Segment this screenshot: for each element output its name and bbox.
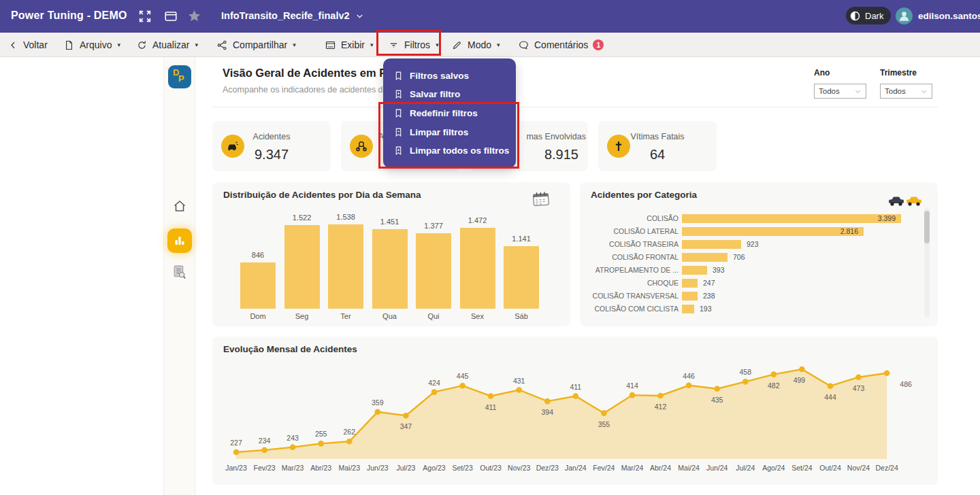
chart-weekday-card: Distribuição de Acidentes por Dia da Sem… <box>212 182 570 326</box>
topbar: Power Tuning - DEMO InfoTransito_Recife_… <box>0 0 980 33</box>
category-bar[interactable] <box>682 292 698 301</box>
data-point[interactable] <box>431 389 438 395</box>
point-value-label: 412 <box>655 403 667 411</box>
data-point[interactable] <box>488 393 494 399</box>
category-bar[interactable] <box>682 240 741 249</box>
point-value-label: 255 <box>315 430 327 438</box>
weekday-bar[interactable] <box>328 224 363 309</box>
fullscreen-icon[interactable] <box>137 9 152 27</box>
data-point[interactable] <box>346 439 353 445</box>
x-axis-label: Nov/24 <box>847 464 870 472</box>
slicer-ano-label: Ano <box>814 68 830 78</box>
data-point[interactable] <box>261 447 267 454</box>
avatar[interactable] <box>896 7 913 24</box>
theme-toggle[interactable]: Dark <box>846 7 891 24</box>
favorite-star-icon[interactable] <box>186 8 202 27</box>
slicer-ano-dropdown[interactable]: Todos <box>814 84 866 99</box>
bar-category-label: Sáb <box>497 312 546 320</box>
sidebar-item-report[interactable] <box>171 264 188 284</box>
menu-item-salvar-filtro[interactable]: Salvar filtro <box>383 89 516 99</box>
menu-arquivo[interactable]: Arquivo▾ <box>63 33 120 57</box>
person-icon <box>896 8 912 24</box>
page-subtitle: Acompanhe os indicadores de acidentes de <box>223 85 388 95</box>
sidebar-item-home[interactable] <box>172 199 187 216</box>
data-point[interactable] <box>855 374 862 380</box>
data-point[interactable] <box>742 379 749 385</box>
caret-down-icon: ▾ <box>497 41 500 48</box>
slicer-trimestre-label: Trimestre <box>880 68 917 78</box>
weekday-bar[interactable] <box>460 228 495 309</box>
category-bar[interactable] <box>682 253 728 262</box>
data-point[interactable] <box>714 386 720 392</box>
category-bar[interactable] <box>682 279 698 288</box>
data-point[interactable] <box>799 366 805 373</box>
bookmark-icon <box>393 108 404 118</box>
data-point[interactable] <box>403 413 409 419</box>
category-label: COLISÃO FRONTAL <box>580 253 679 262</box>
menu-item-limpar-filtros[interactable]: Limpar filtros <box>383 127 516 137</box>
x-axis-label: Abr/23 <box>310 464 331 472</box>
weekday-bar[interactable] <box>504 246 539 309</box>
data-point[interactable] <box>657 393 664 399</box>
sidebar-item-dashboard[interactable] <box>167 228 192 253</box>
data-point[interactable] <box>686 383 692 389</box>
data-point[interactable] <box>318 441 324 447</box>
category-label: COLISÃO TRANSVERSAL <box>580 292 679 301</box>
category-bar[interactable] <box>682 305 694 313</box>
view-icon <box>325 39 336 51</box>
bar-value-label: 1.141 <box>497 235 546 243</box>
menu-filtros[interactable]: Filtros▾ <box>388 33 439 57</box>
edit-pencil-icon <box>451 39 463 51</box>
data-point[interactable] <box>544 398 551 405</box>
back-button[interactable]: Voltar <box>8 33 48 57</box>
data-point[interactable] <box>573 393 579 399</box>
data-point[interactable] <box>375 409 381 415</box>
menu-item-filtros-salvos[interactable]: Filtros salvos <box>383 71 516 81</box>
data-point[interactable] <box>290 445 296 451</box>
menu-item-limpar-todos-os-filtros[interactable]: Limpar todos os filtros <box>383 146 516 156</box>
data-point[interactable] <box>516 387 522 393</box>
bar-category-label: Qua <box>365 312 414 320</box>
app-logo[interactable]: DP <box>168 65 191 88</box>
point-value-label: 458 <box>740 368 752 376</box>
category-label: COLISÃO TRASEIRA <box>580 240 679 249</box>
bar-value-label: 247 <box>703 279 715 288</box>
weekday-bar[interactable] <box>284 225 320 309</box>
bookmark-minus-icon <box>393 127 404 137</box>
menu-modo[interactable]: Modo▾ <box>451 33 500 57</box>
app-brand: Power Tuning - DEMO <box>11 10 127 22</box>
report-title[interactable]: InfoTransito_Recife_finalv2 <box>221 10 364 21</box>
category-bar[interactable] <box>682 266 707 275</box>
chart-category-card: Acidentes por Categoria COLISÃO3.399COLI… <box>580 182 938 326</box>
menu-exibir[interactable]: Exibir▾ <box>325 33 374 57</box>
point-value-label: 359 <box>372 398 384 407</box>
x-axis-label: Mar/23 <box>282 464 304 472</box>
refresh-icon <box>136 39 148 51</box>
menu-atualizar[interactable]: Atualizar▾ <box>136 33 198 57</box>
menu-item-redefinir-filtros[interactable]: Redefinir filtros <box>383 108 516 118</box>
menu-compartilhar[interactable]: Compartilhar▾ <box>216 33 296 57</box>
data-point[interactable] <box>771 371 777 377</box>
x-axis-label: Mai/23 <box>339 464 361 472</box>
data-point[interactable] <box>601 410 607 416</box>
data-point[interactable] <box>233 449 240 456</box>
data-point[interactable] <box>828 383 834 389</box>
weekday-bar[interactable] <box>416 233 451 309</box>
point-value-label: 473 <box>853 384 865 392</box>
menu-comentarios[interactable]: Comentários 1 <box>518 33 604 57</box>
username: edilson.santos <box>918 11 980 21</box>
chevron-down-icon <box>920 88 928 95</box>
caret-down-icon: ▾ <box>293 41 296 48</box>
menubar: Voltar Arquivo▾ Atualizar▾ Compartilhar▾… <box>0 33 980 57</box>
bar-value-label: 193 <box>700 305 712 313</box>
data-point[interactable] <box>884 371 890 377</box>
slicer-trimestre-dropdown[interactable]: Todos <box>880 84 932 99</box>
data-point[interactable] <box>630 392 636 398</box>
report-icon <box>171 264 188 281</box>
scrollbar-thumb[interactable] <box>924 211 930 243</box>
window-icon[interactable] <box>163 9 178 27</box>
weekday-bar[interactable] <box>240 262 276 309</box>
data-point[interactable] <box>459 383 466 389</box>
weekday-bar[interactable] <box>372 229 408 309</box>
kpi-card-acidentes: Acidentes 9.347 <box>212 121 331 171</box>
